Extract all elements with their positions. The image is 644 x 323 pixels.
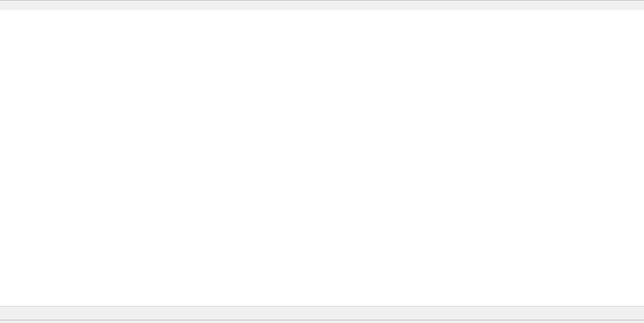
chart-canvas[interactable] <box>0 0 644 323</box>
chart-tab-bar <box>0 306 644 320</box>
mt4-window <box>0 0 644 323</box>
window-bottom-strip <box>0 320 644 323</box>
